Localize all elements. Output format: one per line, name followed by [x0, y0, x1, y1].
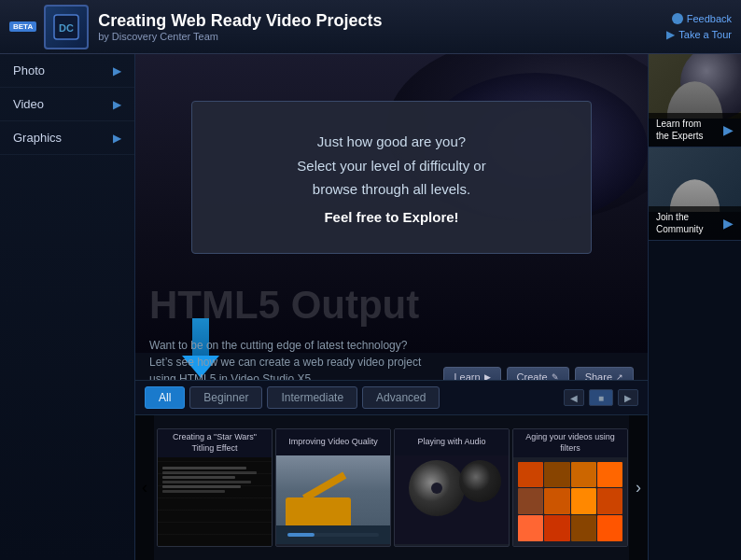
popup-main-text: Just how good are you? Select your level… [230, 130, 553, 202]
html5-title: HTML5 Output [149, 283, 634, 328]
prev-page-button[interactable]: ◀ [564, 389, 584, 406]
tab-advanced[interactable]: Advanced [362, 386, 440, 409]
film-title-1: Improving Video Quality [276, 429, 390, 455]
sidebar-arrow-photo: ▶ [113, 64, 121, 77]
header-subtitle: by Discovery Center Team [98, 31, 382, 42]
next-page-button[interactable]: ▶ [618, 389, 638, 406]
svg-text:DC: DC [59, 22, 74, 34]
film-item-0[interactable]: Creating a "Star Wars" Titling Effect [157, 428, 273, 546]
header-links: Feedback ▶ Take a Tour [666, 13, 732, 41]
sidebar-item-graphics[interactable]: Graphics ▶ [0, 121, 134, 155]
film-title-0: Creating a "Star Wars" Titling Effect [158, 429, 272, 456]
film-title-2: Playing with Audio [395, 429, 509, 455]
right-card-top-text: Learn from the Experts [656, 118, 704, 142]
tab-navigation: ◀ ■ ▶ [564, 389, 638, 406]
filmstrip-items: Creating a "Star Wars" Titling Effect [154, 424, 629, 551]
filmstrip-next[interactable]: › [629, 415, 648, 560]
right-sidebar: Learn from the Experts ▶ Join the Commun… [648, 54, 741, 560]
current-page-indicator: ■ [589, 389, 613, 406]
filmstrip: ‹ Creating a "Star Wars" Titling Effect [135, 415, 648, 560]
film-item-2[interactable]: Playing with Audio [394, 428, 510, 546]
feedback-icon [672, 13, 683, 24]
center-area: Just how good are you? Select your level… [135, 54, 648, 560]
film-thumb-2 [395, 455, 509, 544]
tabs-bar: All Beginner Intermediate Advanced ◀ ■ ▶ [135, 380, 648, 415]
tab-beginner[interactable]: Beginner [189, 386, 262, 409]
tour-link[interactable]: ▶ Take a Tour [666, 28, 732, 41]
right-card-middle[interactable]: Join the Community ▶ [649, 147, 741, 241]
film-thumb-0 [158, 457, 272, 546]
play-icon: ▶ [666, 28, 675, 41]
header-title-area: Creating Web Ready Video Projects by Dis… [98, 11, 382, 42]
right-card-middle-bg [649, 147, 741, 212]
film-thumb-3 [513, 457, 627, 546]
right-card-top-label: Learn from the Experts ▶ [649, 113, 741, 147]
right-card-middle-label: Join the Community ▶ [649, 206, 741, 240]
sidebar: Photo ▶ Video ▶ Graphics ▶ [0, 54, 135, 560]
tab-all[interactable]: All [145, 386, 185, 409]
center-bottom-content: HTML5 Output Want to be on the cutting e… [135, 283, 648, 387]
filmstrip-prev[interactable]: ‹ [135, 415, 154, 560]
sidebar-arrow-video: ▶ [113, 98, 121, 111]
sidebar-label-video: Video [13, 97, 44, 111]
right-card-arrow-1: ▶ [723, 216, 734, 231]
sidebar-item-video[interactable]: Video ▶ [0, 88, 134, 121]
difficulty-popup: Just how good are you? Select your level… [191, 101, 592, 254]
right-card-top-bg [649, 54, 741, 119]
film-item-3[interactable]: Aging your videos using filters [512, 428, 628, 546]
film-thumb-1 [276, 455, 390, 544]
right-card-arrow-0: ▶ [723, 122, 734, 137]
sidebar-item-photo[interactable]: Photo ▶ [0, 54, 134, 88]
sidebar-arrow-graphics: ▶ [113, 132, 121, 145]
sidebar-label-photo: Photo [13, 63, 45, 77]
film-item-1[interactable]: Improving Video Quality [275, 428, 391, 546]
logo-icon: DC [44, 5, 89, 49]
header-title: Creating Web Ready Video Projects [98, 11, 382, 31]
right-sidebar-spacer [649, 241, 741, 560]
beta-badge: Beta [9, 21, 36, 32]
logo-area: Beta DC [9, 5, 89, 49]
sidebar-label-graphics: Graphics [13, 131, 62, 145]
right-card-middle-text: Join the Community [656, 211, 704, 235]
feedback-link[interactable]: Feedback [672, 13, 732, 24]
right-card-top[interactable]: Learn from the Experts ▶ [649, 54, 741, 147]
main-content: Photo ▶ Video ▶ Graphics ▶ Just how good… [0, 54, 741, 560]
popup-bold-text: Feel free to Explore! [230, 209, 553, 225]
tab-intermediate[interactable]: Intermediate [267, 386, 357, 409]
film-title-3: Aging your videos using filters [513, 429, 627, 456]
header: Beta DC Creating Web Ready Video Project… [0, 0, 741, 54]
